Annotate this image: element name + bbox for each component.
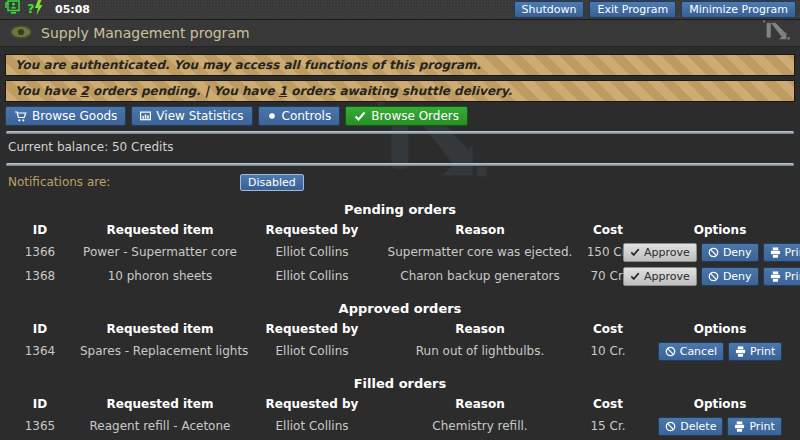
- controls-icon: [267, 111, 277, 121]
- print-button[interactable]: Print: [727, 417, 781, 436]
- col-reason: Reason: [384, 322, 576, 336]
- col-reason: Reason: [384, 223, 576, 237]
- nanotrasen-logo-icon: [763, 20, 790, 46]
- order-cost: 10 Cr.: [576, 344, 640, 358]
- tab-label: Controls: [282, 109, 332, 123]
- col-cost: Cost: [576, 223, 640, 237]
- tab-label: View Statistics: [156, 109, 243, 123]
- button-label: Print: [785, 246, 800, 259]
- power-alert-icon[interactable]: ?: [27, 0, 45, 19]
- tab-browse-goods[interactable]: Browse Goods: [5, 106, 126, 126]
- ban-icon: [708, 247, 719, 258]
- approve-button[interactable]: Approve: [623, 267, 697, 286]
- pending-orders-table: ID Requested item Requested by Reason Co…: [0, 219, 800, 288]
- notifications-row: Notifications are: Disabled: [0, 172, 800, 192]
- table-row: 1366 Power - Supermatter core Elliot Col…: [0, 240, 800, 264]
- button-label: Deny: [723, 270, 752, 283]
- col-by: Requested by: [240, 223, 384, 237]
- cancel-button[interactable]: Cancel: [658, 342, 724, 361]
- current-balance: Current balance: 50 Credits: [0, 134, 800, 158]
- order-reason: Charon backup generators: [384, 269, 576, 283]
- divider: [6, 163, 794, 166]
- col-item: Requested item: [80, 397, 240, 411]
- pda-status-icon[interactable]: [4, 0, 21, 19]
- order-item: Spares - Replacement lights: [80, 344, 240, 358]
- col-options: Options: [640, 397, 800, 411]
- button-label: Cancel: [680, 345, 717, 358]
- button-label: Deny: [723, 246, 752, 259]
- stats-icon: [140, 111, 151, 122]
- notifications-label: Notifications are:: [8, 175, 240, 189]
- orders-alert-text: orders awaiting shuttle delivery.: [287, 84, 512, 98]
- col-item: Requested item: [80, 223, 240, 237]
- print-button[interactable]: Print: [763, 267, 800, 286]
- approve-button[interactable]: Approve: [623, 243, 697, 262]
- col-id: ID: [0, 322, 80, 336]
- col-options: Options: [640, 322, 800, 336]
- minimize-program-button[interactable]: Minimize Program: [681, 1, 796, 18]
- button-label: Print: [749, 420, 774, 433]
- order-id: 1366: [0, 245, 80, 259]
- auth-alert-text: You are authenticated. You may access al…: [15, 58, 481, 72]
- print-icon: [734, 421, 745, 432]
- button-label: Print: [785, 270, 800, 283]
- table-row: 1368 10 phoron sheets Elliot Collins Cha…: [0, 264, 800, 288]
- order-requested-by: Elliot Collins: [240, 419, 384, 433]
- delete-button[interactable]: Delete: [658, 417, 723, 436]
- approved-orders-table: ID Requested item Requested by Reason Co…: [0, 318, 800, 363]
- filled-orders-title: Filled orders: [0, 376, 800, 391]
- table-header-row: ID Requested item Requested by Reason Co…: [0, 219, 800, 240]
- page-title: Supply Management program: [41, 25, 250, 41]
- order-requested-by: Elliot Collins: [240, 245, 384, 259]
- order-id: 1365: [0, 419, 80, 433]
- check-icon: [354, 110, 366, 122]
- button-label: Print: [750, 345, 775, 358]
- titlebar: Supply Management program: [0, 20, 800, 47]
- order-reason: Supermatter core was ejected.: [384, 245, 576, 259]
- shutdown-button[interactable]: Shutdown: [514, 1, 585, 18]
- col-id: ID: [0, 397, 80, 411]
- print-icon: [770, 271, 781, 282]
- print-icon: [770, 247, 781, 258]
- order-item: Reagent refill - Acetone: [80, 419, 240, 433]
- col-options: Options: [640, 223, 800, 237]
- shuttle-count: 1: [279, 84, 287, 98]
- taskbar: ? 05:08 Shutdown Exit Program Minimize P…: [0, 0, 800, 20]
- ban-icon: [665, 421, 676, 432]
- tab-view-statistics[interactable]: View Statistics: [131, 106, 252, 126]
- col-by: Requested by: [240, 322, 384, 336]
- cart-icon: [14, 111, 27, 122]
- deny-button[interactable]: Deny: [701, 267, 759, 286]
- pending-orders-title: Pending orders: [0, 202, 800, 217]
- order-requested-by: Elliot Collins: [240, 344, 384, 358]
- filled-orders-table: ID Requested item Requested by Reason Co…: [0, 393, 800, 438]
- orders-alert-text: You have: [15, 84, 80, 98]
- orders-alert-banner: You have 2 orders pending. | You have 1 …: [5, 80, 795, 102]
- tab-browse-orders[interactable]: Browse Orders: [345, 106, 468, 126]
- pending-count: 2: [80, 84, 88, 98]
- deny-button[interactable]: Deny: [701, 243, 759, 262]
- print-button[interactable]: Print: [763, 243, 800, 262]
- col-by: Requested by: [240, 397, 384, 411]
- tab-label: Browse Goods: [32, 109, 117, 123]
- ban-icon: [708, 271, 719, 282]
- auth-alert-banner: You are authenticated. You may access al…: [5, 54, 795, 76]
- notifications-toggle-button[interactable]: Disabled: [240, 174, 304, 191]
- table-row: 1364 Spares - Replacement lights Elliot …: [0, 339, 800, 363]
- print-icon: [735, 346, 746, 357]
- button-label: Delete: [680, 420, 716, 433]
- button-label: Approve: [644, 270, 690, 283]
- approved-orders-title: Approved orders: [0, 301, 800, 316]
- table-header-row: ID Requested item Requested by Reason Co…: [0, 318, 800, 339]
- tab-controls[interactable]: Controls: [258, 106, 341, 126]
- print-button[interactable]: Print: [728, 342, 782, 361]
- tab-bar: Browse Goods View Statistics Controls Br…: [5, 106, 800, 126]
- col-cost: Cost: [576, 322, 640, 336]
- clock: 05:08: [55, 3, 90, 16]
- exit-program-button[interactable]: Exit Program: [589, 1, 676, 18]
- table-row: 1365 Reagent refill - Acetone Elliot Col…: [0, 414, 800, 438]
- order-item: Power - Supermatter core: [80, 245, 240, 259]
- ban-icon: [665, 346, 676, 357]
- svg-text:?: ?: [27, 1, 35, 16]
- col-cost: Cost: [576, 397, 640, 411]
